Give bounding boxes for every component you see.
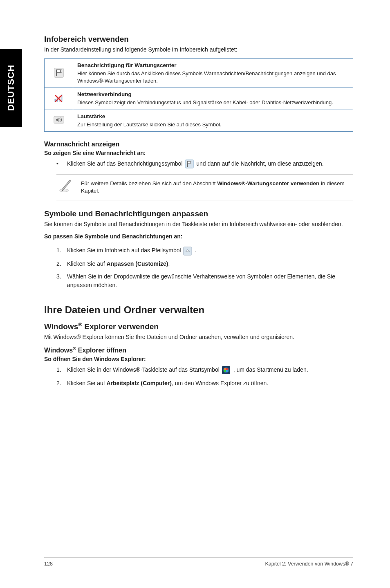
list-item: Klicken Sie auf das Benachrichtigungssym… — [56, 159, 353, 168]
volume-icon-cell — [45, 110, 73, 132]
steps-anpassen: 1. Klicken Sie im Infobreich auf das Pfe… — [44, 246, 353, 289]
exp-step2-a: Klicken Sie auf — [67, 380, 107, 386]
page-number: 128 — [44, 561, 53, 567]
svg-rect-0 — [54, 68, 63, 77]
page-footer: 128 Kapitel 2: Verwenden von Windows® 7 — [44, 557, 353, 567]
heading-dateien: Ihre Dateien und Ordner verwalten — [44, 304, 353, 316]
list-item: 1. Klicken Sie im Infobreich auf das Pfe… — [56, 246, 353, 255]
row-title: Lautstärke — [77, 113, 349, 119]
network-icon — [53, 93, 65, 103]
svg-point-7 — [60, 189, 69, 192]
row-desc: Zur Einstellung der Lautstärke klicken S… — [77, 121, 349, 128]
bold-warnnachricht: So zeigen Sie eine Warnnachricht an: — [44, 150, 353, 156]
table-cell: Benachrichtigung für Wartungscenter Hier… — [73, 59, 353, 88]
intro-infobereich: In der Standardeinstellung sind folgende… — [44, 46, 353, 53]
row-title: Netzwerkverbindung — [77, 91, 349, 97]
exp-step2-bold: Arbeitsplatz (Computer) — [107, 380, 172, 386]
flag-icon-inline — [185, 159, 194, 168]
note-a: Für weitere Details beziehen Sie sich au… — [81, 180, 217, 186]
heading-explorer: Windows® Explorer verwenden — [44, 321, 353, 331]
step2-a: Klicken Sie auf — [67, 260, 107, 267]
step1-b: . — [195, 247, 196, 254]
note-block: Für weitere Details beziehen Sie sich au… — [56, 174, 353, 200]
bullet-text-a: Klicken Sie auf das Benachrichtigungssym… — [67, 160, 184, 167]
intro-explorer: Mit Windows® Explorer können Sie Ihre Da… — [44, 334, 353, 340]
table-cell: Netzwerkverbindung Dieses Symbol zeigt d… — [73, 88, 353, 110]
page-content: Infobereich verwenden In der Standardein… — [0, 0, 390, 408]
exp-step2-b: , um den Windows Explorer zu öffnen. — [172, 380, 268, 386]
arrow-up-icon — [183, 247, 192, 256]
flag-icon — [54, 67, 64, 78]
heading-infobereich: Infobereich verwenden — [44, 35, 353, 44]
step3: Wählen Sie in der Dropdownliste die gewü… — [67, 273, 335, 288]
language-side-tab: DEUTSCH — [0, 49, 22, 127]
speaker-icon — [53, 115, 65, 125]
table-row: Benachrichtigung für Wartungscenter Hier… — [45, 59, 353, 88]
list-item: 1. Klicken Sie in der Windows®-Taskleist… — [56, 366, 353, 375]
step1-a: Klicken Sie im Infobreich auf das Pfeils… — [67, 247, 182, 254]
table-row: Lautstärke Zur Einstellung der Lautstärk… — [45, 110, 353, 132]
pen-icon — [59, 179, 74, 196]
bold-anpassen: So passen Sie Symbole und Benachrichtung… — [44, 233, 353, 240]
list-item: 2. Klicken Sie auf Arbeitsplatz (Compute… — [56, 379, 353, 388]
steps-explorer: 1. Klicken Sie in der Windows®-Taskleist… — [44, 366, 353, 387]
note-text: Für weitere Details beziehen Sie sich au… — [81, 180, 351, 195]
language-label: DEUTSCH — [6, 65, 16, 111]
step-number: 2. — [56, 379, 61, 388]
step-number: 2. — [56, 260, 61, 268]
exp-step1-a: Klicken Sie in der Windows®-Taskleiste a… — [67, 366, 221, 373]
bullet-list: Klicken Sie auf das Benachrichtigungssym… — [44, 159, 353, 168]
heading-warnnachricht: Warnnachricht anzeigen — [44, 141, 353, 148]
step-number: 1. — [56, 366, 61, 374]
table-cell: Lautstärke Zur Einstellung der Lautstärk… — [73, 110, 353, 132]
row-desc: Hier können Sie durch das Anklicken dies… — [77, 70, 349, 84]
heading-explorer-open: Windows® Explorer öffnen — [44, 346, 353, 354]
step-number: 3. — [56, 272, 61, 281]
bold-explorer-open: So öffnen Sie den Windows Explorer: — [44, 356, 353, 362]
exp-step1-b: , um das Startmenü zu laden. — [233, 366, 308, 373]
step-number: 1. — [56, 246, 61, 255]
heading-anpassen: Symbole und Benachrichtigungen anpassen — [44, 209, 353, 218]
network-icon-cell — [45, 88, 73, 110]
intro-anpassen: Sie können die Symbole und Benachrichtun… — [44, 221, 353, 227]
list-item: 3. Wählen Sie in der Dropdownliste die g… — [56, 272, 353, 290]
list-item: 2. Klicken Sie auf Anpassen (Customize). — [56, 260, 353, 268]
windows-start-icon — [222, 366, 231, 375]
step2-b: . — [168, 260, 170, 267]
table-row: Netzwerkverbindung Dieses Symbol zeigt d… — [45, 88, 353, 110]
svg-rect-6 — [185, 160, 193, 168]
svg-rect-5 — [54, 117, 64, 124]
row-desc: Dieses Symbol zeigt den Verbindungsstatu… — [77, 99, 349, 106]
chapter-label: Kapitel 2: Verwenden von Windows® 7 — [265, 561, 353, 567]
bullet-text-b: und dann auf die Nachricht, um diese anz… — [196, 160, 323, 167]
step2-bold: Anpassen (Customize) — [107, 260, 168, 267]
row-title: Benachrichtigung für Wartungscenter — [77, 62, 349, 68]
action-center-icon-cell — [45, 59, 73, 88]
note-bold: Windows®-Wartungscenter verwenden — [217, 180, 319, 186]
notification-table: Benachrichtigung für Wartungscenter Hier… — [44, 58, 353, 132]
